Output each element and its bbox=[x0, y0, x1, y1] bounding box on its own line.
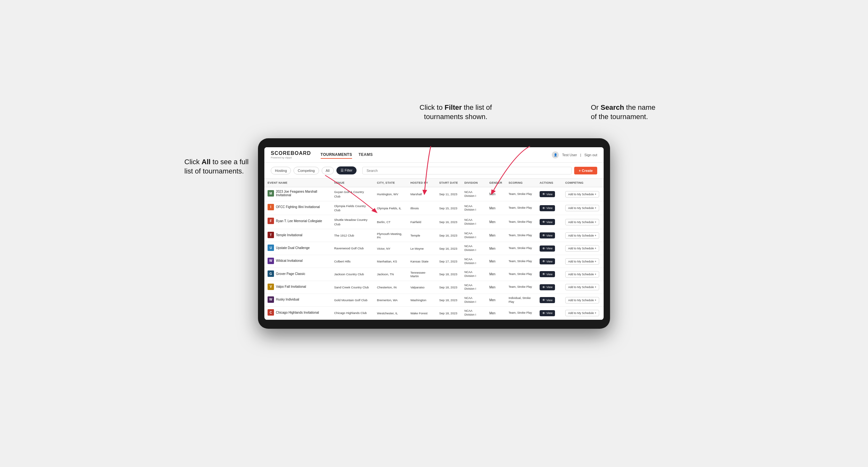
event-cell-0: M 2023 Joe Feaganes Marshall Invitationa… bbox=[265, 187, 331, 199]
table-row: F Ryan T. Lee Memorial Collegiate Shuttl… bbox=[265, 215, 603, 229]
venue-cell-8: Gold Mountain Golf Club bbox=[331, 293, 374, 306]
app-logo: SCOREBOARD bbox=[271, 150, 311, 156]
date-cell-7: Sep 18, 2023 bbox=[436, 281, 461, 293]
all-button[interactable]: All bbox=[322, 167, 334, 175]
competing-cell-3: Add to My Schedule + bbox=[562, 229, 603, 242]
hosted-cell-9: Wake Forest bbox=[407, 307, 436, 319]
event-name-7: Valpo Fall Invitational bbox=[276, 285, 306, 288]
add-schedule-button-0[interactable]: Add to My Schedule + bbox=[565, 191, 599, 197]
view-button-2[interactable]: 👁View bbox=[539, 219, 555, 225]
city-cell-5: Manhattan, KS bbox=[374, 255, 407, 268]
actions-cell-1: 👁View bbox=[536, 201, 562, 215]
venue-cell-3: The 1912 Club bbox=[331, 229, 374, 242]
city-cell-2: Berlin, CT bbox=[374, 215, 407, 229]
venue-cell-4: Ravenwood Golf Club bbox=[331, 242, 374, 255]
date-cell-4: Sep 16, 2023 bbox=[436, 242, 461, 255]
app-logo-sub: Powered by clippd bbox=[271, 156, 311, 159]
col-competing: COMPETING bbox=[562, 179, 603, 187]
event-logo-7: V bbox=[268, 284, 274, 290]
scoring-cell-5: Team, Stroke Play bbox=[505, 255, 536, 268]
table-row: V Valpo Fall Invitational Sand Creek Cou… bbox=[265, 281, 603, 293]
col-scoring: SCORING bbox=[505, 179, 536, 187]
venue-cell-7: Sand Creek Country Club bbox=[331, 281, 374, 293]
hosted-cell-3: Temple bbox=[407, 229, 436, 242]
table-row: C Chicago Highlands Invitational Chicago… bbox=[265, 307, 603, 319]
header-right: 👤 Test User | Sign out bbox=[552, 151, 597, 158]
view-button-0[interactable]: 👁View bbox=[539, 191, 555, 197]
add-schedule-button-5[interactable]: Add to My Schedule + bbox=[565, 258, 599, 265]
scoring-cell-9: Team, Stroke Play bbox=[505, 307, 536, 319]
view-icon-7: 👁 bbox=[542, 285, 546, 289]
nav-tab-tournaments[interactable]: TOURNAMENTS bbox=[321, 151, 352, 159]
event-cell-4: U Upstate Dual Challenge bbox=[265, 242, 331, 253]
scoring-cell-0: Team, Stroke Play bbox=[505, 187, 536, 201]
event-logo-5: W bbox=[268, 258, 274, 264]
view-icon-9: 👁 bbox=[542, 311, 546, 315]
event-name-0: 2023 Joe Feaganes Marshall Invitational bbox=[276, 190, 328, 197]
tournaments-table-wrap: EVENT NAME VENUE CITY, STATE HOSTED BY S… bbox=[265, 179, 603, 319]
view-button-8[interactable]: 👁View bbox=[539, 297, 555, 303]
competing-button[interactable]: Competing bbox=[293, 167, 319, 175]
filter-label: Filter bbox=[345, 168, 352, 172]
filter-bar: Hosting Competing All ☰ Filter + Create bbox=[265, 163, 603, 179]
create-button[interactable]: + Create bbox=[574, 167, 597, 175]
add-schedule-button-6[interactable]: Add to My Schedule + bbox=[565, 271, 599, 278]
hosted-cell-7: Valparaiso bbox=[407, 281, 436, 293]
division-cell-5: NCAA Division I bbox=[461, 255, 486, 268]
add-schedule-button-3[interactable]: Add to My Schedule + bbox=[565, 232, 599, 239]
actions-cell-5: 👁View bbox=[536, 255, 562, 268]
filter-button[interactable]: ☰ Filter bbox=[336, 166, 357, 175]
tournaments-table: EVENT NAME VENUE CITY, STATE HOSTED BY S… bbox=[265, 179, 603, 319]
hosting-button[interactable]: Hosting bbox=[271, 167, 291, 175]
view-button-5[interactable]: 👁View bbox=[539, 258, 555, 264]
competing-cell-6: Add to My Schedule + bbox=[562, 268, 603, 281]
view-button-6[interactable]: 👁View bbox=[539, 271, 555, 277]
city-cell-7: Chesterton, IN bbox=[374, 281, 407, 293]
add-schedule-button-2[interactable]: Add to My Schedule + bbox=[565, 219, 599, 225]
gender-cell-5: Men bbox=[486, 255, 505, 268]
competing-cell-5: Add to My Schedule + bbox=[562, 255, 603, 268]
view-button-4[interactable]: 👁View bbox=[539, 246, 555, 252]
add-schedule-button-1[interactable]: Add to My Schedule + bbox=[565, 205, 599, 211]
view-button-1[interactable]: 👁View bbox=[539, 205, 555, 211]
event-cell-3: T Temple Invitational bbox=[265, 229, 331, 241]
add-schedule-button-9[interactable]: Add to My Schedule + bbox=[565, 310, 599, 316]
date-cell-9: Sep 18, 2023 bbox=[436, 307, 461, 319]
view-icon-0: 👁 bbox=[542, 192, 546, 196]
event-logo-8: W bbox=[268, 297, 274, 303]
hosted-cell-4: Le Moyne bbox=[407, 242, 436, 255]
city-cell-1: Olympia Fields, IL bbox=[374, 201, 407, 215]
competing-cell-2: Add to My Schedule + bbox=[562, 215, 603, 229]
event-logo-2: F bbox=[268, 218, 274, 224]
add-schedule-button-7[interactable]: Add to My Schedule + bbox=[565, 284, 599, 290]
search-input[interactable] bbox=[362, 167, 571, 175]
venue-cell-6: Jackson Country Club bbox=[331, 268, 374, 281]
city-cell-9: Westchester, IL bbox=[374, 307, 407, 319]
city-cell-3: Plymouth Meeting, PA bbox=[374, 229, 407, 242]
date-cell-3: Sep 16, 2023 bbox=[436, 229, 461, 242]
view-button-9[interactable]: 👁View bbox=[539, 310, 555, 316]
actions-cell-3: 👁View bbox=[536, 229, 562, 242]
add-schedule-button-4[interactable]: Add to My Schedule + bbox=[565, 245, 599, 252]
signout-link[interactable]: Sign out bbox=[584, 153, 597, 157]
view-button-3[interactable]: 👁View bbox=[539, 232, 555, 239]
competing-cell-4: Add to My Schedule + bbox=[562, 242, 603, 255]
table-header-row: EVENT NAME VENUE CITY, STATE HOSTED BY S… bbox=[265, 179, 603, 187]
event-logo-1: I bbox=[268, 204, 274, 210]
search-box bbox=[362, 167, 571, 175]
event-logo-6: G bbox=[268, 271, 274, 277]
table-row: M 2023 Joe Feaganes Marshall Invitationa… bbox=[265, 187, 603, 201]
view-button-7[interactable]: 👁View bbox=[539, 284, 555, 290]
add-schedule-button-8[interactable]: Add to My Schedule + bbox=[565, 297, 599, 304]
actions-cell-8: 👁View bbox=[536, 293, 562, 306]
view-icon-5: 👁 bbox=[542, 259, 546, 263]
view-icon-4: 👁 bbox=[542, 247, 546, 250]
gender-cell-9: Men bbox=[486, 307, 505, 319]
table-row: U Upstate Dual Challenge Ravenwood Golf … bbox=[265, 242, 603, 255]
event-logo-9: C bbox=[268, 309, 274, 316]
event-name-5: Wildcat Invitational bbox=[276, 259, 303, 262]
venue-cell-1: Olympia Fields Country Club bbox=[331, 201, 374, 215]
actions-cell-4: 👁View bbox=[536, 242, 562, 255]
nav-tab-teams[interactable]: TEAMS bbox=[359, 151, 373, 159]
division-cell-4: NCAA Division I bbox=[461, 242, 486, 255]
